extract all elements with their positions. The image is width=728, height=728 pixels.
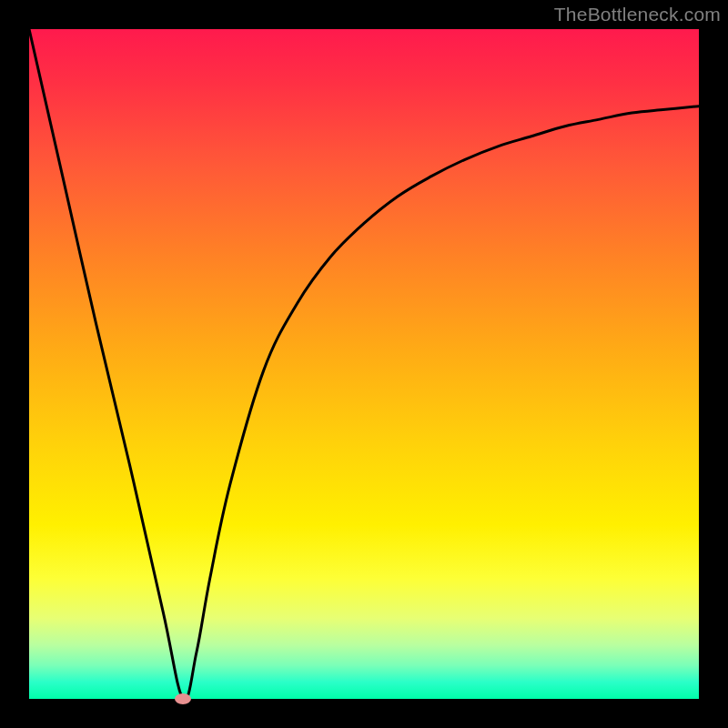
chart-frame: TheBottleneck.com: [0, 0, 728, 728]
min-marker-dot: [175, 693, 191, 704]
watermark-text: TheBottleneck.com: [554, 4, 721, 25]
bottleneck-curve: [29, 29, 699, 699]
plot-area: [29, 29, 699, 699]
curve-svg: [29, 29, 699, 699]
